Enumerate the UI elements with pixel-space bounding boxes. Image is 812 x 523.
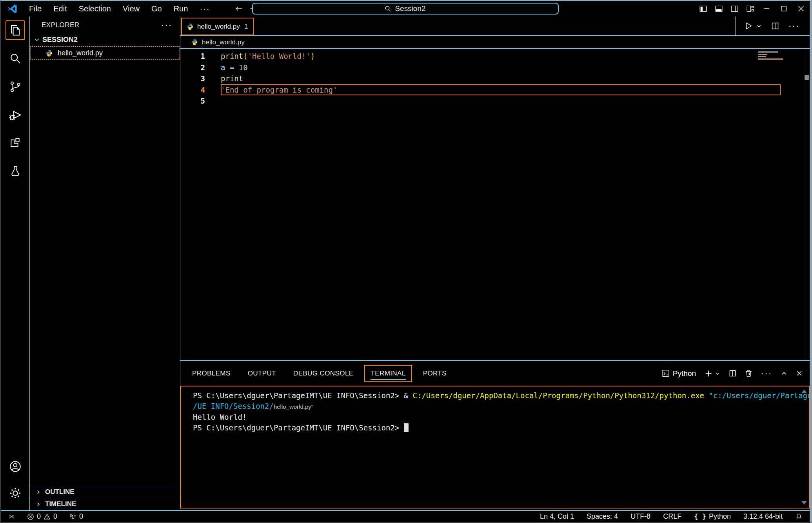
sidebar-empty-space [30,60,180,486]
remote-indicator-button[interactable] [5,513,18,520]
ports-status-button[interactable]: 0 [66,512,86,521]
eol-button[interactable]: CRLF [660,512,685,521]
code-line-4-current[interactable]: 4 'End of program is coming' [180,84,810,96]
python-interpreter-button[interactable]: 3.12.4 64-bit [740,512,786,521]
language-mode-button[interactable]: { } Python [691,512,734,521]
tab-strip-empty [254,16,735,35]
breadcrumb[interactable]: hello_world.py [180,36,810,49]
code-line-1[interactable]: 1 print('Hello World!') [180,51,810,62]
code-line-5[interactable]: 5 [180,95,810,107]
maximize-button[interactable] [775,1,792,16]
tab-ports[interactable]: PORTS [423,370,447,377]
notifications-bell-icon[interactable] [792,513,806,520]
tab-problems[interactable]: PROBLEMS [192,370,231,377]
editor-actions: ··· [735,16,810,35]
tab-output[interactable]: OUTPUT [248,370,276,377]
panel-more-actions-button[interactable]: ··· [761,368,772,379]
code-text: 'End of program is coming' [205,86,337,94]
maximize-panel-chevron-up-icon[interactable] [781,370,787,377]
split-terminal-icon[interactable] [729,370,736,377]
line-number: 2 [180,63,205,72]
split-editor-icon[interactable] [771,22,779,30]
timeline-section[interactable]: TIMELINE [30,498,180,510]
code-text: a = 10 [205,63,248,72]
run-python-button[interactable] [744,22,762,30]
tab-hello-world[interactable]: hello_world.py 1 [181,18,254,35]
settings-gear-icon[interactable] [5,483,25,503]
command-center-search[interactable]: Session2 [252,3,559,15]
menu-file[interactable]: File [23,4,47,13]
panel-header: PROBLEMS OUTPUT DEBUG CONSOLE TERMINAL P… [180,361,810,386]
breadcrumb-file: hello_world.py [202,38,245,46]
window-controls [695,1,810,16]
minimize-button[interactable] [758,1,775,16]
terminal-profile-label: Python [673,369,696,378]
extensions-icon[interactable] [5,133,25,153]
tab-terminal-active[interactable]: TERMINAL [364,365,412,382]
toggle-secondary-sidebar-icon[interactable] [727,1,742,16]
file-item-hello-world[interactable]: hello_world.py [30,46,180,60]
sidebar-more-button[interactable]: ··· [161,20,172,30]
search-view-icon[interactable] [5,49,25,68]
tab-badge: 1 [244,23,248,31]
bottom-panel: PROBLEMS OUTPUT DEBUG CONSOLE TERMINAL P… [180,360,810,510]
menu-view[interactable]: View [117,4,145,13]
testing-icon[interactable] [5,162,25,181]
toggle-panel-icon[interactable] [711,1,727,16]
editor-more-actions-button[interactable]: ··· [788,21,799,31]
warning-icon [44,513,51,520]
new-terminal-button[interactable] [705,370,720,377]
chevron-down-icon[interactable] [756,23,762,29]
back-arrow-icon[interactable] [235,5,243,13]
menu-edit[interactable]: Edit [47,4,73,13]
minimap[interactable] [758,51,801,60]
status-bar: 0 0 0 Ln 4, Col 1 Spaces: 4 UTF-8 CRLF {… [1,510,810,522]
terminal-scroll-up-icon[interactable] [801,390,807,393]
line-number: 4 [180,86,205,94]
menu-more-button[interactable]: ··· [194,4,216,13]
chevron-down-icon[interactable] [715,371,720,376]
folder-section-session2[interactable]: SESSION2 [30,34,180,46]
code-line-3[interactable]: 3 print [180,73,810,84]
warning-count: 0 [53,512,57,521]
explorer-icon[interactable] [5,20,25,40]
cursor-position-button[interactable]: Ln 4, Col 1 [537,512,577,521]
encoding-button[interactable]: UTF-8 [627,512,654,521]
tab-debug-console[interactable]: DEBUG CONSOLE [293,370,354,377]
code-line-2[interactable]: 2 a = 10 [180,62,810,73]
sidebar-header: EXPLORER ··· [30,16,180,34]
braces-icon: { } [694,513,706,521]
toggle-sidebar-icon[interactable] [695,1,711,16]
python-file-icon [45,49,53,57]
outline-section[interactable]: OUTLINE [30,486,180,498]
plus-icon [705,370,712,377]
activity-bar [1,16,29,510]
editor-scrollbar[interactable] [804,49,810,360]
scrollbar-slider[interactable] [805,75,809,80]
source-control-icon[interactable] [5,77,25,97]
run-debug-icon[interactable] [5,105,25,125]
terminal-line-3: Hello World! [193,412,793,423]
close-panel-icon[interactable] [796,370,803,377]
close-button[interactable] [792,1,810,16]
menu-run[interactable]: Run [168,4,194,13]
customize-layout-icon[interactable] [742,1,758,16]
tab-bar: hello_world.py 1 ··· [180,16,810,36]
file-name: hello_world.py [58,49,103,57]
panel-tabs: PROBLEMS OUTPUT DEBUG CONSOLE TERMINAL P… [192,365,447,382]
vscode-logo-icon [7,4,18,14]
code-text: print('Hello World!') [205,52,315,60]
menu-go[interactable]: Go [145,4,168,13]
terminal-profile-button[interactable]: Python [661,369,696,378]
indentation-button[interactable]: Spaces: 4 [583,512,621,521]
line-number: 5 [180,97,205,105]
chevron-right-icon [35,501,41,507]
terminal-view[interactable]: PS C:\Users\dguer\PartageIMT\UE INFO\Ses… [180,386,810,508]
menu-selection[interactable]: Selection [73,4,117,13]
activity-bar-bottom [5,457,25,510]
account-icon[interactable] [5,457,25,476]
problems-status-button[interactable]: 0 0 [24,512,60,521]
kill-terminal-trash-icon[interactable] [745,370,752,377]
terminal-scroll-down-icon[interactable] [801,501,807,505]
code-editor[interactable]: 1 print('Hello World!') 2 a = 10 3 print… [180,49,810,360]
